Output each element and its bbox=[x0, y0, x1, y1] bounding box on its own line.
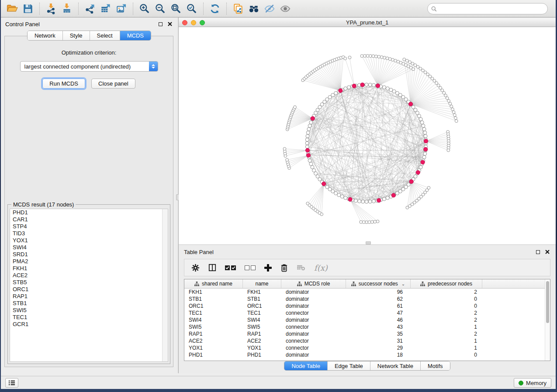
open-session-icon[interactable] bbox=[4, 2, 20, 16]
mcds-result-item[interactable]: STP4 bbox=[10, 223, 168, 230]
mcds-result-item[interactable]: PHD1 bbox=[10, 209, 168, 216]
create-column-icon[interactable] bbox=[264, 264, 272, 272]
import-network-icon[interactable] bbox=[43, 2, 59, 16]
copy-network-icon[interactable] bbox=[230, 2, 246, 16]
column-header-successor-nodes[interactable]: successor nodes ⌄ bbox=[346, 279, 411, 288]
network-graph[interactable] bbox=[179, 27, 555, 244]
table-panel-title: Table Panel bbox=[184, 249, 536, 255]
node-table-body: FKH1FKH1dominator962STB1STB1dominator620… bbox=[184, 289, 550, 358]
search-input[interactable] bbox=[439, 4, 547, 13]
tab-mcds[interactable]: MCDS bbox=[120, 31, 151, 40]
task-list-icon bbox=[8, 380, 15, 386]
network-canvas[interactable] bbox=[179, 27, 556, 244]
column-header-mcds-role[interactable]: MCDS role bbox=[281, 279, 346, 288]
zoom-in-icon[interactable] bbox=[137, 2, 152, 16]
import-table-icon[interactable] bbox=[59, 2, 75, 16]
table-panel: Table Panel bbox=[179, 244, 556, 373]
close-panel-icon[interactable] bbox=[168, 22, 172, 26]
show-columns-icon[interactable] bbox=[208, 264, 216, 272]
table-row[interactable]: RAP1RAP1dominator352 bbox=[184, 330, 550, 337]
tab-edge-table[interactable]: Edge Table bbox=[328, 361, 370, 370]
table-row[interactable]: TEC1TEC1connector472 bbox=[184, 309, 550, 316]
table-toolbar: f(x) bbox=[184, 259, 550, 276]
column-header-shared-name[interactable]: shared name bbox=[184, 279, 243, 288]
mcds-result-item[interactable]: RAP1 bbox=[10, 293, 168, 300]
search-binoculars-icon[interactable] bbox=[246, 2, 262, 16]
memory-button[interactable]: Memory bbox=[514, 378, 551, 388]
attribute-icon bbox=[420, 282, 425, 286]
tab-network-table[interactable]: Network Table bbox=[370, 361, 421, 370]
mcds-result-item[interactable]: SRD1 bbox=[10, 251, 168, 258]
close-panel-icon[interactable] bbox=[545, 250, 550, 254]
close-panel-button[interactable]: Close panel bbox=[91, 79, 135, 89]
mcds-result-item[interactable]: SWI4 bbox=[10, 244, 168, 251]
memory-label: Memory bbox=[526, 380, 547, 386]
delete-table-icon-disabled bbox=[297, 264, 305, 271]
table-row[interactable]: SWI4SWI4dominator462 bbox=[184, 316, 550, 323]
float-panel-icon[interactable] bbox=[159, 22, 163, 26]
mcds-result-item[interactable]: PMA2 bbox=[10, 258, 168, 265]
table-row[interactable]: ACE2ACE2connector311 bbox=[184, 337, 550, 344]
tab-style[interactable]: Style bbox=[63, 31, 90, 40]
column-header-name[interactable]: name bbox=[243, 279, 281, 288]
mcds-list-scrollbar[interactable] bbox=[162, 209, 168, 361]
table-row[interactable]: ORC1ORC1dominator610 bbox=[184, 303, 550, 309]
mcds-result-item[interactable]: TEC1 bbox=[10, 314, 168, 321]
run-mcds-button[interactable]: Run MCDS bbox=[42, 79, 85, 89]
application-window: Control Panel Network Style Select MCDS … bbox=[1, 0, 556, 389]
mcds-result-item[interactable]: ORC1 bbox=[10, 286, 168, 293]
task-history-button[interactable] bbox=[5, 378, 18, 388]
network-titlebar[interactable]: YPA_prune.txt_1 bbox=[179, 18, 556, 27]
delete-columns-trash-icon[interactable] bbox=[280, 264, 288, 272]
mcds-result-item[interactable]: TID3 bbox=[10, 230, 168, 237]
export-image-icon[interactable] bbox=[114, 2, 129, 16]
table-row[interactable]: STB1STB1dominator620 bbox=[184, 296, 550, 303]
show-all-icon[interactable] bbox=[277, 2, 293, 16]
mcds-result-title: MCDS result (17 nodes) bbox=[11, 201, 76, 208]
mcds-result-list[interactable]: PHD1CAR1STP4TID3YOX1SWI4SRD1PMA2FKH1ACE2… bbox=[10, 209, 168, 362]
toolbar-separator bbox=[226, 3, 227, 15]
tab-network[interactable]: Network bbox=[28, 31, 63, 40]
refresh-view-icon[interactable] bbox=[207, 2, 223, 16]
horizontal-splitter-grip[interactable] bbox=[366, 241, 371, 244]
zoom-fit-icon[interactable] bbox=[168, 2, 184, 16]
scrollbar-thumb[interactable] bbox=[546, 281, 549, 323]
mcds-result-item[interactable]: CAR1 bbox=[10, 216, 168, 223]
mcds-result-item[interactable]: ACE2 bbox=[10, 272, 168, 279]
mcds-result-item[interactable]: STB5 bbox=[10, 279, 168, 286]
column-header-predecessor-nodes[interactable]: predecessor nodes bbox=[411, 279, 482, 288]
memory-status-icon bbox=[519, 381, 523, 385]
export-network-icon[interactable] bbox=[82, 2, 98, 16]
table-row[interactable]: PHD1PHD1dominator180 bbox=[184, 351, 550, 358]
zoom-out-icon[interactable] bbox=[152, 2, 168, 16]
deselect-all-columns-icon[interactable] bbox=[245, 265, 256, 270]
mcds-result-item[interactable]: SWI5 bbox=[10, 307, 168, 314]
mcds-result-item[interactable]: YOX1 bbox=[10, 237, 168, 244]
network-title: YPA_prune.txt_1 bbox=[179, 19, 556, 26]
search-icon bbox=[431, 6, 437, 12]
toolbar-separator bbox=[78, 3, 79, 15]
table-scrollbar[interactable] bbox=[545, 279, 550, 361]
toolbar-separator bbox=[203, 3, 204, 15]
tab-motifs[interactable]: Motifs bbox=[421, 361, 450, 370]
search-box[interactable] bbox=[427, 3, 548, 14]
export-table-icon[interactable] bbox=[98, 2, 114, 16]
table-row[interactable]: FKH1FKH1dominator962 bbox=[184, 289, 550, 296]
node-table: shared name name MCDS role successor nod… bbox=[184, 279, 550, 361]
select-all-columns-icon[interactable] bbox=[225, 265, 236, 270]
status-bar: Memory bbox=[1, 376, 556, 389]
mcds-result-item[interactable]: FKH1 bbox=[10, 265, 168, 272]
table-row[interactable]: SWI5SWI5connector431 bbox=[184, 323, 550, 330]
table-row[interactable]: YOX1YOX1connector291 bbox=[184, 344, 550, 351]
mcds-result-item[interactable]: GCR1 bbox=[10, 321, 168, 328]
tab-select[interactable]: Select bbox=[90, 31, 120, 40]
float-panel-icon[interactable] bbox=[536, 250, 540, 254]
criterion-dropdown[interactable]: largest connected component (undirected) bbox=[20, 61, 158, 72]
table-settings-gear-icon[interactable] bbox=[191, 264, 200, 272]
mcds-result-item[interactable]: STB1 bbox=[10, 300, 168, 307]
save-session-icon[interactable] bbox=[20, 2, 36, 16]
hide-selected-icon[interactable] bbox=[262, 2, 277, 16]
zoom-selected-icon[interactable] bbox=[184, 2, 200, 16]
tab-node-table[interactable]: Node Table bbox=[284, 361, 328, 370]
node-table-header: shared name name MCDS role successor nod… bbox=[184, 279, 550, 289]
